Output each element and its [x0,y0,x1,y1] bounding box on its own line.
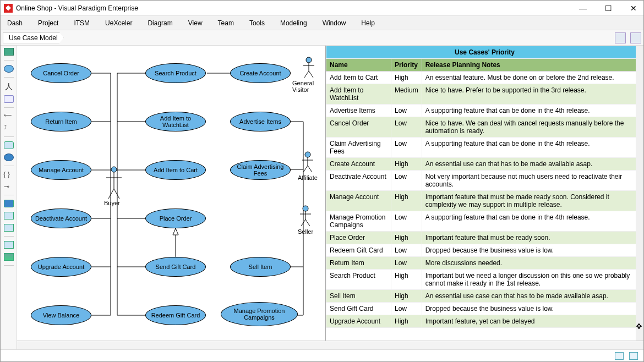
mail-icon[interactable] [615,352,624,360]
table-cell: Important feature that must be made read… [422,191,643,211]
uc-search-product[interactable]: Search Product [145,63,206,83]
uc-manage-promo[interactable]: Manage Promotion Campaigns [221,302,298,326]
table-cell: Add Item to WatchList [326,84,391,105]
table-row[interactable]: Search ProductHighImportant but we need … [326,270,643,290]
table-row[interactable]: Manage Promotion CampaignsLowA supportin… [326,211,643,232]
uc-redeem-gift[interactable]: Redeem Gift Card [145,305,206,325]
table-cell: Manage Account [326,191,391,211]
content: ⟵ ⤴ { } ⊸ [1,46,643,349]
assoc-tool-icon[interactable]: ⟵ [4,112,14,120]
uc-place-order[interactable]: Place Order [145,209,206,228]
collab-tool-icon[interactable] [4,153,14,161]
folder-tool-icon[interactable] [4,200,14,207]
layout-icon[interactable] [615,32,626,43]
palette-separator [4,107,14,108]
uc-manage-account[interactable]: Manage Account [31,160,91,180]
diagram-canvas[interactable]: Cancel Order Return Item Manage Account … [17,46,325,341]
app-logo-icon [4,4,13,13]
uc-cancel-order[interactable]: Cancel Order [31,63,91,83]
palette-separator [4,77,14,78]
table-row[interactable]: Advertise ItemsLowA supporting feature t… [326,105,643,117]
menu-help[interactable]: Help [361,19,375,27]
uc-add-cart[interactable]: Add Item to Cart [145,160,206,180]
usecase-tool-icon[interactable] [4,65,14,73]
actor-affiliate[interactable]: Affiliate [298,151,318,181]
cursor-tool-icon[interactable] [4,48,14,56]
table-row[interactable]: Upgrade AccountHighImportant feature, ye… [326,315,643,328]
table-cell: Claim Advertising Fees [326,138,391,158]
table-row[interactable]: Cancel OrderLowNice to have. We can deal… [326,117,643,138]
tool-palette: ⟵ ⤴ { } ⊸ [1,46,17,349]
table-row[interactable]: Claim Advertising FeesLowA supporting fe… [326,138,643,158]
grid-title: Use Cases' Priority [326,46,643,59]
priority-grid[interactable]: Use Cases' Priority Name Priority Releas… [325,46,643,341]
uc-view-balance[interactable]: View Balance [31,305,91,325]
table-row[interactable]: Deactivate AccountLowNot very important … [326,171,643,191]
uc-add-watchlist[interactable]: Add Item to WatchList [145,112,206,131]
table-cell: Deactivate Account [326,171,391,191]
menu-window[interactable]: Window [323,19,346,27]
actor-icon [302,57,315,79]
menu-diagram[interactable]: Diagram [148,19,172,27]
menu-itsm[interactable]: ITSM [74,19,90,27]
uc-sell-item[interactable]: Sell Item [230,257,291,277]
svg-line-37 [308,166,312,172]
key-tool-icon[interactable]: ⊸ [4,183,14,190]
note-tool-icon[interactable] [4,241,14,249]
package-tool-icon[interactable] [4,141,14,149]
uc-return-item[interactable]: Return Item [31,112,91,131]
diagram-icon[interactable] [630,32,641,43]
table-row[interactable]: Send Gift CardLowDropped because the bus… [326,303,643,315]
actor-tool-icon[interactable] [6,82,12,91]
minimize-button[interactable]: — [576,2,590,15]
table-cell: Upgrade Account [326,315,391,328]
uc-upgrade-account[interactable]: Upgrade Account [31,257,91,277]
maximize-button[interactable]: ☐ [602,2,615,15]
table-cell: Sell Item [326,290,391,303]
gen-tool-icon[interactable]: ⤴ [4,124,14,132]
table-row[interactable]: Manage AccountHighImportant feature that… [326,191,643,211]
menu-tools[interactable]: Tools [249,19,265,27]
brace-tool-icon[interactable]: { } [4,171,14,178]
horizontal-scrollbar[interactable] [17,341,643,349]
box-tool-icon[interactable] [4,95,14,103]
table-cell: Advertise Items [326,105,391,117]
table-tool-icon[interactable] [4,224,14,232]
menu-project[interactable]: Project [38,19,58,27]
svg-point-33 [305,152,310,157]
uc-create-account[interactable]: Create Account [230,63,291,83]
menu-modeling[interactable]: Modeling [280,19,307,27]
table-row[interactable]: Add Item to CartHighAn essential feature… [326,72,643,84]
menu-uexceler[interactable]: UeXceler [105,19,132,27]
table-row[interactable]: Place OrderHighImportant feature that mu… [326,232,643,244]
table-row[interactable]: Return ItemLowMore discussions needed. [326,257,643,270]
col-notes[interactable]: Release Planning Notes [422,59,643,72]
table-cell: Low [391,257,422,270]
move-handle-icon[interactable]: ✥ [636,322,642,331]
vertical-scrollbar[interactable] [636,46,643,341]
menu-dash[interactable]: Dash [7,19,23,27]
table-cell: Low [391,117,422,138]
uc-send-gift[interactable]: Send Gift Card [145,257,206,277]
col-name[interactable]: Name [326,59,391,72]
menubar: Dash Project ITSM UeXceler Diagram View … [1,16,643,30]
menu-view[interactable]: View [188,19,203,27]
uc-deactivate-account[interactable]: Deactivate Account [31,209,91,228]
col-priority[interactable]: Priority [391,59,422,72]
window-icon[interactable] [629,352,638,360]
actor-seller[interactable]: Seller [298,205,313,235]
canvas-wrap: Cancel Order Return Item Manage Account … [17,46,643,349]
table-row[interactable]: Add Item to WatchListMediumNice to have.… [326,84,643,105]
image-tool-icon[interactable] [4,253,14,261]
uc-claim-fees[interactable]: Claim Advertising Fees [230,160,291,180]
screen-tool-icon[interactable] [4,212,14,220]
menu-team[interactable]: Team [218,19,234,27]
table-cell: Manage Promotion Campaigns [326,211,391,232]
actor-general-visitor[interactable]: General Visitor [292,57,325,93]
table-row[interactable]: Create AccountHighAn essential use can t… [326,158,643,171]
uc-advertise[interactable]: Advertise Items [230,112,291,131]
breadcrumb[interactable]: Use Case Model [3,32,64,43]
table-row[interactable]: Sell ItemHighAn essential use case can t… [326,290,643,303]
close-button[interactable]: ✕ [627,2,640,15]
table-row[interactable]: Redeem Gift CardLowDropped because the b… [326,244,643,257]
